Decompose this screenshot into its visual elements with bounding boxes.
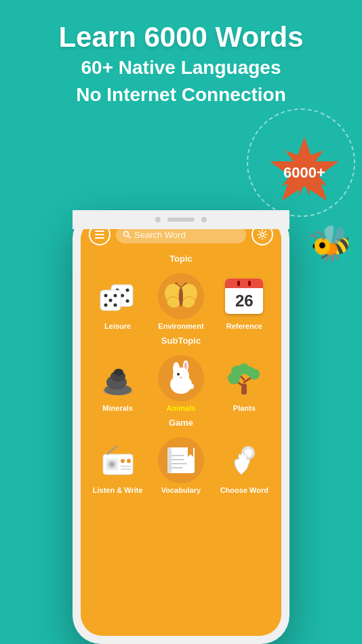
phone-microphone <box>167 218 195 222</box>
environment-label: Environment <box>158 322 203 330</box>
hero-section: Learn 6000 Words 60+ Native Languages No… <box>0 20 362 108</box>
topic-section-label: Topic <box>81 251 281 266</box>
radio-icon <box>100 445 136 476</box>
svg-line-3 <box>128 236 131 239</box>
svg-point-36 <box>177 373 180 376</box>
svg-point-35 <box>173 367 189 384</box>
badge-6000: 6000+ <box>267 136 342 210</box>
gear-icon <box>257 229 268 240</box>
svg-point-15 <box>104 303 108 306</box>
animals-icon-circle <box>158 355 204 401</box>
choose-word-icon-circle <box>221 437 267 483</box>
topic-item-leisure[interactable]: Leisure <box>91 273 145 330</box>
calendar-rings <box>237 281 251 286</box>
tree-icon <box>227 361 261 396</box>
game-grid: Listen & Write <box>81 430 281 497</box>
svg-point-25 <box>184 283 186 285</box>
game-item-vocabulary[interactable]: Vocabulary <box>154 437 208 494</box>
listen-write-icon-circle <box>95 437 141 483</box>
svg-point-8 <box>121 294 124 297</box>
rabbit-icon <box>164 361 198 396</box>
calendar-icon: 26 <box>225 279 263 314</box>
svg-point-38 <box>188 384 194 389</box>
svg-point-23 <box>175 283 177 285</box>
hero-sub1: 60+ Native Languages <box>0 54 362 81</box>
minerals-icon-circle <box>95 355 141 401</box>
search-placeholder: Search Word <box>134 230 186 240</box>
hero-title: Learn 6000 Words <box>0 20 362 54</box>
calendar-top <box>225 279 263 288</box>
calendar-number: 26 <box>225 288 263 314</box>
phone-mockup: Search Word Topic <box>73 210 289 644</box>
leisure-label: Leisure <box>104 322 131 330</box>
phone-camera <box>155 217 161 222</box>
plants-label: Plants <box>233 404 256 412</box>
listen-write-label: Listen & Write <box>93 486 143 494</box>
svg-point-53 <box>121 459 125 463</box>
dice-icon <box>99 281 136 312</box>
svg-rect-63 <box>167 447 172 473</box>
svg-point-21 <box>179 287 183 306</box>
book-icon <box>165 445 197 476</box>
svg-point-54 <box>127 459 131 463</box>
subtopic-section-label: SubTopic <box>81 333 281 348</box>
reference-icon-circle: 26 <box>221 273 267 319</box>
search-icon <box>123 230 131 239</box>
environment-icon-circle <box>158 273 204 319</box>
phone-screen: Search Word Topic <box>81 218 281 636</box>
reference-label: Reference <box>226 322 262 330</box>
svg-point-7 <box>126 288 129 291</box>
choose-word-label: Choose Word <box>220 486 268 494</box>
svg-point-12 <box>104 294 108 297</box>
svg-point-10 <box>126 299 129 302</box>
svg-line-49 <box>107 446 117 454</box>
phone-outer: Search Word Topic <box>73 210 289 644</box>
vocabulary-label: Vocabulary <box>161 486 201 494</box>
svg-point-13 <box>114 294 117 297</box>
phone-speaker <box>73 210 289 229</box>
subtopic-grid: Minerals <box>81 348 281 415</box>
hero-sub2: No Internet Connection <box>0 81 362 108</box>
svg-point-4 <box>261 233 264 237</box>
svg-point-52 <box>110 462 114 466</box>
game-item-choose-word[interactable]: Choose Word <box>217 437 271 494</box>
subtopic-item-plants[interactable]: Plants <box>217 355 271 412</box>
vocabulary-icon-circle <box>158 437 204 483</box>
svg-point-14 <box>109 298 113 302</box>
badge-text: 6000+ <box>283 164 325 182</box>
animals-label: Animals <box>167 404 196 412</box>
game-item-listen-write[interactable]: Listen & Write <box>91 437 145 494</box>
game-section-label: Game <box>81 415 281 430</box>
topic-item-environment[interactable]: Environment <box>154 273 208 330</box>
svg-point-16 <box>114 303 117 306</box>
svg-point-37 <box>180 377 182 379</box>
subtopic-item-animals[interactable]: Animals <box>154 355 208 412</box>
hand-icon <box>228 445 260 476</box>
svg-point-47 <box>245 367 255 376</box>
phone-camera2 <box>201 217 207 222</box>
butterfly-icon <box>164 282 198 310</box>
topic-grid: Leisure <box>81 266 281 333</box>
hamburger-icon <box>95 230 104 239</box>
stones-icon <box>100 361 136 395</box>
leisure-icon-circle <box>95 273 141 319</box>
topic-item-reference[interactable]: 26 Reference <box>217 273 271 330</box>
plants-icon-circle <box>221 355 267 401</box>
svg-point-30 <box>114 369 123 376</box>
subtopic-item-minerals[interactable]: Minerals <box>91 355 145 412</box>
minerals-label: Minerals <box>102 404 133 412</box>
